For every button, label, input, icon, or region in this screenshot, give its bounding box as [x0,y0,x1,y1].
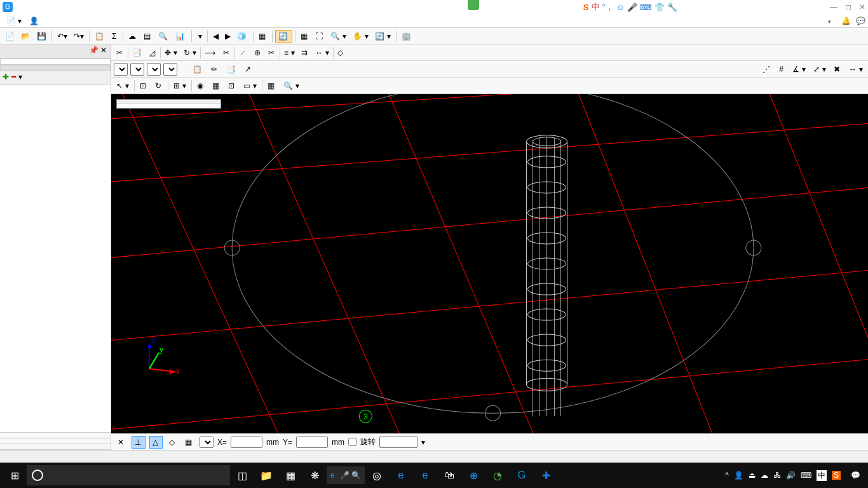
rotate-input[interactable] [379,437,417,448]
rotate-check[interactable] [348,438,356,446]
edge-icon[interactable]: e [389,465,413,485]
cloud-check-button[interactable]: ☁ [126,30,140,42]
tray-up-icon[interactable]: ^ [725,471,729,480]
subcat-select[interactable] [147,63,161,76]
tree-add-icon[interactable]: ✚ [3,72,9,83]
pan-button[interactable]: ✋ ▾ [350,30,371,42]
point-tool[interactable]: ⊡ [137,80,150,92]
floor-select[interactable] [114,63,128,76]
store-icon[interactable]: 🛍 [437,465,461,485]
new-change-button[interactable]: 📄 ▾ [3,15,25,27]
snap-vertex[interactable]: ◇ [166,437,179,448]
rotate-button[interactable]: ↻ ▾ [181,47,199,58]
close-button[interactable]: ✕ [859,3,865,11]
app1-icon[interactable]: ◎ [365,465,389,485]
snap-coord[interactable]: ▦ [182,437,196,448]
viewport-3d[interactable]: z x y 3 [111,94,868,433]
break-button[interactable]: ⟋ [236,47,250,58]
offset-button[interactable]: ⇉ [299,47,311,58]
people-icon[interactable]: 👤 [734,471,743,480]
extend-button[interactable]: ⟶ [202,47,219,58]
check-label-tool[interactable]: 🔍 ▾ [281,80,302,92]
ime-face-icon[interactable]: ☺ [616,3,625,12]
ime-kbd-icon[interactable]: ⌨ [640,3,652,12]
app3-icon[interactable]: G [510,465,534,485]
tree-more-icon[interactable]: ▾ [18,72,22,83]
bell-icon[interactable]: 🔔 [841,17,851,25]
view-rebar-button[interactable]: 📊 [173,30,189,42]
align-button[interactable]: ≡ ▾ [281,47,297,58]
undo-button[interactable]: ↶▾ [55,30,70,42]
dimension-button[interactable]: ↔ ▾ [846,64,865,75]
tab-draw-input[interactable] [0,65,111,71]
split-button[interactable]: ✂ [266,47,278,58]
edit-rebar-button[interactable]: ✏ [208,64,221,75]
parallel-button[interactable]: # [776,64,787,75]
screen-rotate-button[interactable]: 🔄 ▾ [372,30,393,42]
app2-icon[interactable]: ◔ [485,465,510,485]
ime-punct-icon[interactable]: °， [602,1,614,13]
auto-corner-tool[interactable]: ▦ [265,80,278,92]
del-aux-button[interactable]: ✖ [831,64,844,75]
local3d-button[interactable]: ▦ [298,30,311,42]
two-point-button[interactable]: ⋰ [760,64,774,75]
adjust-end-tool[interactable]: ⊡ [226,80,238,92]
ime-lang-icon[interactable]: 中 [817,470,827,481]
select-floor-button[interactable]: 🏢 [399,30,415,42]
member-select[interactable] [163,63,177,76]
draw-by-wall-tool[interactable]: ▭ ▾ [241,80,259,92]
snap-intersect[interactable]: ✕ [115,437,128,448]
member-list-button[interactable]: 📑 [224,64,240,75]
mirror-button[interactable]: ◿ [147,47,159,58]
next-button[interactable]: ▶ [222,30,233,42]
ie2-icon[interactable]: e [413,465,437,485]
level-top-button[interactable]: ▤ [141,30,154,42]
maximize-button[interactable]: ◻ [845,3,851,11]
volume-icon[interactable]: 🔊 [786,471,796,480]
guangxiaoer-button[interactable]: 👤 [25,15,43,27]
grip-button[interactable]: ◇ [335,47,347,58]
network-icon[interactable]: 🖧 [773,471,781,480]
ime-ch-icon[interactable]: 中 [592,1,600,13]
folder-icon[interactable]: 📁 [254,465,278,485]
stretch-button[interactable]: ↔ ▾ [313,47,332,58]
ime-mic-icon[interactable]: 🎤 [627,3,637,12]
taskbar[interactable]: ⊞ ◫ 📁 ▦ ❋ e 🎤 🔍 ◎ e e 🛍 ⊕ ◔ G ✚ ^ 👤 ⏏ ☁ … [0,463,868,488]
snap-perp[interactable]: ⊥ [132,436,146,449]
feedback-button[interactable]: 💬 [856,17,865,25]
three-point-aux-button[interactable]: ⤢ ▾ [811,64,829,75]
props-button[interactable]: 📋 [190,64,206,75]
category-select[interactable] [130,63,144,76]
merge-button[interactable]: ⊕ [252,47,264,58]
topview-button[interactable]: ▦ [256,30,269,42]
ie-search[interactable]: e 🎤 🔍 [327,466,365,484]
save-button[interactable]: 💾 [34,30,49,42]
ime-tray-icon[interactable]: ⌨ [801,471,811,480]
pin-icon[interactable]: 📌 ✕ [89,46,107,57]
onedrive-icon[interactable]: ☁ [761,471,768,480]
x-input[interactable] [231,437,262,448]
sogou-icon[interactable]: S [583,3,589,12]
minimize-button[interactable]: — [830,3,837,11]
move-button[interactable]: ✥ ▾ [162,47,180,58]
app4-icon[interactable]: ✚ [534,465,558,485]
flower-icon[interactable]: ❋ [302,465,327,485]
redo-button[interactable]: ↷▾ [71,30,86,42]
insitu-label-tool[interactable]: ◉ [194,80,207,92]
offset-select[interactable] [200,437,214,448]
prev-button[interactable]: ◀ [210,30,221,42]
tab-single-input[interactable] [0,438,111,444]
batch-select-button[interactable]: ▾ [194,30,205,42]
tab-project-settings[interactable] [0,58,111,65]
tree-view[interactable] [0,85,111,432]
trim-button[interactable]: ✂ [220,47,233,58]
new-button[interactable]: 📄 [3,30,17,42]
find-elem-button[interactable]: 🔍 [156,30,172,42]
sum-button[interactable]: Σ [109,30,120,42]
open-button[interactable]: 📂 [18,30,33,42]
tab-attr-preview[interactable] [0,433,111,438]
taskview-icon[interactable]: ◫ [230,465,254,485]
angle-button[interactable]: ∡ ▾ [790,64,808,75]
system-tray[interactable]: ^ 👤 ⏏ ☁ 🖧 🔊 ⌨ 中 S 💬 [725,470,865,481]
y-input[interactable] [296,437,328,448]
